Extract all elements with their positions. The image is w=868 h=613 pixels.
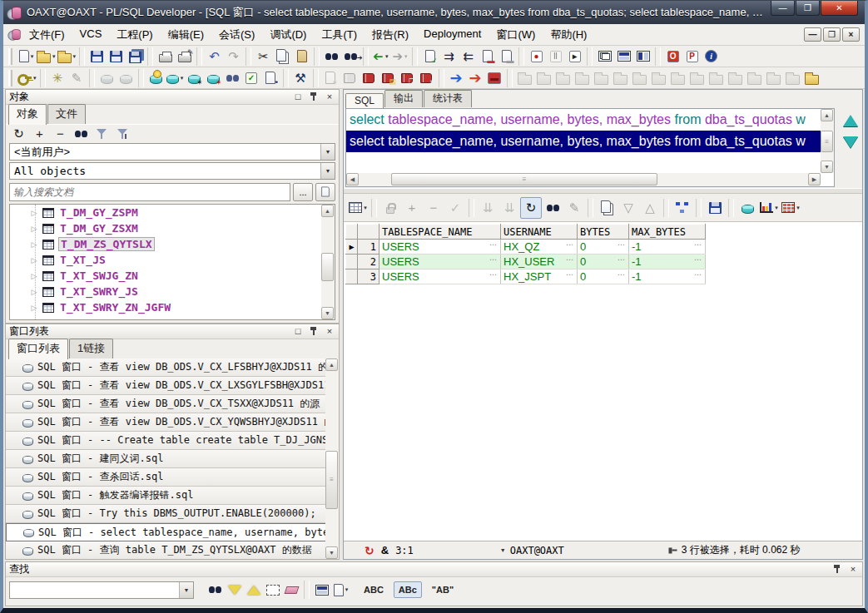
- dropdown-icon[interactable]: ▼: [320, 144, 335, 160]
- table-cell[interactable]: -1⋯: [629, 240, 706, 255]
- find-icon[interactable]: [322, 47, 341, 67]
- session-monitor-icon[interactable]: [223, 68, 242, 88]
- windows-float-icon[interactable]: □: [292, 326, 304, 338]
- history-icon[interactable]: •: [261, 68, 280, 88]
- debug-watch-icon[interactable]: [668, 68, 687, 88]
- search-scope-icon[interactable]: ▾: [331, 580, 350, 600]
- commit-icon[interactable]: [97, 68, 117, 88]
- mdi-minimize-button[interactable]: —: [804, 27, 821, 42]
- lock-record-icon[interactable]: [379, 197, 401, 219]
- export-grid-icon-dropdown[interactable]: ▾: [796, 205, 800, 211]
- find-close-icon[interactable]: ×: [847, 564, 859, 576]
- edit-data-icon[interactable]: ✎: [67, 68, 87, 88]
- table-row[interactable]: 3USERS⋯HX_JSPT⋯0⋯-1⋯: [346, 269, 706, 284]
- debug-call-stack-icon[interactable]: [707, 68, 726, 88]
- collapse-icon[interactable]: −: [51, 124, 70, 144]
- results-window-icon[interactable]: [312, 580, 331, 600]
- scroll-thumb[interactable]: [321, 253, 334, 281]
- library-page-icon[interactable]: ▤: [379, 68, 398, 88]
- table-cell[interactable]: 0⋯: [578, 255, 629, 269]
- redo-icon[interactable]: ↷: [224, 47, 243, 67]
- column-header[interactable]: MAX_BYTES: [629, 225, 706, 240]
- sql-tab-0[interactable]: SQL: [345, 93, 384, 108]
- toolbar-handle[interactable]: [8, 70, 12, 87]
- table-cell[interactable]: USERS⋯: [379, 269, 501, 284]
- save-all-icon[interactable]: [126, 47, 145, 67]
- chart-icon[interactable]: ▾: [758, 197, 780, 219]
- cell-ellipsis-icon[interactable]: ⋯: [618, 240, 626, 249]
- menu-item-2[interactable]: 工程(P): [109, 24, 160, 46]
- table-cell[interactable]: 0⋯: [578, 240, 629, 255]
- debug-profile-icon[interactable]: [764, 68, 783, 88]
- case-sensitive-button[interactable]: ABc: [394, 581, 422, 598]
- window-list-item[interactable]: SQL 窗口 - 查看 view DB_ODS.V_CX_TSXX@XJDS11…: [6, 395, 339, 413]
- find-object-icon[interactable]: [72, 124, 91, 144]
- expander-icon[interactable]: ▷: [30, 256, 38, 264]
- filter-settings-icon[interactable]: [113, 124, 132, 144]
- scroll-down-icon[interactable]: ▼: [821, 161, 833, 173]
- debug-step-into-icon[interactable]: [553, 68, 573, 88]
- scroll-thumb[interactable]: ≡: [391, 173, 657, 185]
- new-icon[interactable]: ▾: [17, 47, 36, 67]
- clear-highlight-icon[interactable]: [282, 580, 301, 600]
- tree-item[interactable]: ▷T_XT_SWRY_ZN_JGFW: [10, 299, 335, 315]
- tree-item[interactable]: ▷T_DM_GY_ZSPM: [10, 205, 335, 220]
- cascade-windows-icon[interactable]: [595, 47, 614, 67]
- dropdown-icon[interactable]: ▼: [179, 582, 193, 598]
- nav-forward-icon[interactable]: ➔: [466, 68, 485, 88]
- editor-hscrollbar[interactable]: ◀ ≡ ▶: [346, 173, 821, 186]
- about-icon[interactable]: i: [702, 47, 721, 67]
- table-row[interactable]: 2USERS⋯HX_USER⋯0⋯-1⋯: [346, 255, 706, 269]
- menu-item-7[interactable]: 报告(R): [365, 24, 416, 46]
- whole-word-button[interactable]: "AB": [427, 581, 459, 598]
- menu-item-10[interactable]: 帮助(H): [543, 24, 594, 46]
- case-any-button[interactable]: ABC: [359, 581, 389, 598]
- sql-tab-1[interactable]: 输出: [384, 90, 423, 107]
- copy-icon[interactable]: [273, 47, 292, 67]
- close-button[interactable]: ✕: [821, 1, 858, 16]
- column-header[interactable]: USERNAME: [501, 225, 578, 240]
- expander-icon[interactable]: ▷: [30, 240, 38, 249]
- single-record-view-icon[interactable]: [672, 197, 693, 219]
- undo-icon[interactable]: ↶: [205, 47, 224, 67]
- indent-icon[interactable]: ⇉: [439, 47, 459, 67]
- debug-step-over-icon[interactable]: [573, 68, 592, 88]
- expand-icon[interactable]: +: [30, 124, 49, 144]
- table-row[interactable]: ▶1USERS⋯HX_QZ⋯0⋯-1⋯: [346, 240, 706, 255]
- table-cell[interactable]: -1⋯: [629, 269, 706, 284]
- refresh-results-icon[interactable]: ↻: [520, 197, 542, 219]
- library-config-icon[interactable]: +: [417, 68, 436, 88]
- window-list-item[interactable]: SQL 窗口 - select tablespace_name, usernam…: [6, 523, 339, 541]
- menu-item-8[interactable]: Deployment: [416, 24, 489, 46]
- windows-tab-0[interactable]: 窗口列表: [8, 339, 68, 359]
- scroll-up-icon[interactable]: ▲: [321, 205, 334, 217]
- find-combo[interactable]: ▼: [9, 581, 194, 599]
- window-list-item[interactable]: SQL 窗口 - 查看 view DB_ODS.V_CX_LFSBHYJ@XJD…: [6, 358, 339, 377]
- menu-item-5[interactable]: 调试(D): [262, 24, 314, 46]
- macro-play-icon[interactable]: ▸: [565, 47, 584, 67]
- export-icon[interactable]: ➔▾: [390, 47, 409, 67]
- job-list-icon[interactable]: ✓: [242, 68, 261, 88]
- scroll-up-icon[interactable]: ▲: [325, 358, 338, 371]
- print-setup-icon[interactable]: [175, 47, 194, 67]
- row-number[interactable]: 1: [358, 240, 379, 255]
- sql-editor[interactable]: select tablespace_name, username, bytes,…: [345, 108, 835, 187]
- cut-icon[interactable]: ✂: [254, 47, 273, 67]
- window-list-item[interactable]: SQL 窗口 - -- Create table create table T_…: [6, 432, 339, 450]
- row-number[interactable]: 3: [358, 269, 379, 284]
- cell-ellipsis-icon[interactable]: ⋯: [489, 270, 498, 279]
- scroll-down-icon[interactable]: ▼: [321, 307, 334, 319]
- scroll-down-icon[interactable]: ▼: [325, 546, 338, 559]
- search-more-button[interactable]: ...: [293, 183, 313, 201]
- menu-item-0[interactable]: 文件(F): [22, 24, 72, 46]
- windows-close-icon[interactable]: ×: [324, 326, 335, 338]
- dropdown-icon[interactable]: ▼: [320, 163, 335, 179]
- insert-record-icon[interactable]: +: [401, 197, 423, 219]
- sql-tab-2[interactable]: 统计表: [424, 90, 472, 107]
- debug-step-out-icon[interactable]: [592, 68, 611, 88]
- table-cell[interactable]: HX_JSPT⋯: [501, 269, 578, 284]
- substitution-toggle[interactable]: &: [381, 544, 389, 556]
- debug-output-icon[interactable]: [726, 68, 745, 88]
- kill-session-icon[interactable]: ✶: [204, 68, 223, 88]
- import-icon-dropdown[interactable]: ▾: [385, 53, 389, 60]
